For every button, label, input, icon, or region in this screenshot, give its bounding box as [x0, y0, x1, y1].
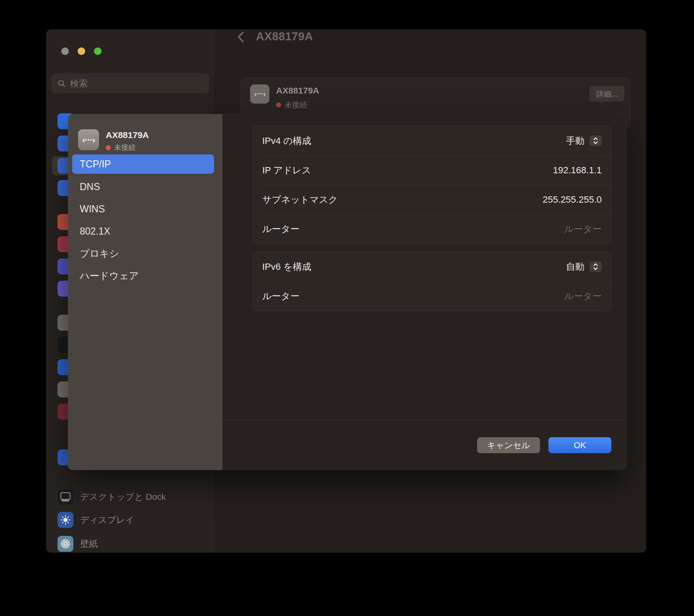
- tab-proxy[interactable]: プロキシ: [80, 244, 119, 263]
- status-label: 未接続: [284, 100, 307, 110]
- tab-8021x[interactable]: 802.1X: [80, 222, 110, 241]
- ok-button[interactable]: OK: [548, 437, 611, 453]
- tab-dns[interactable]: DNS: [80, 177, 100, 196]
- tab-label: プロキシ: [80, 247, 119, 260]
- ip-address-row: IP アドレス 192.168.1.1: [253, 156, 611, 185]
- device-name: AX88179A: [106, 130, 149, 140]
- ipv6-configure-row: IPv6 を構成 自動: [253, 252, 611, 281]
- ipv4-configure-popup[interactable]: 手動: [566, 135, 602, 147]
- stepper-icon: [590, 261, 602, 272]
- popup-value: 自動: [566, 261, 584, 273]
- ipv4-router-row: ルーター ルーター: [253, 214, 611, 243]
- row-label: ルーター: [262, 290, 300, 303]
- page-title: AX88179A: [256, 30, 313, 43]
- tab-tcpip[interactable]: TCP/IP: [72, 154, 214, 174]
- network-adapter-icon: ‹···›: [78, 129, 99, 150]
- interface-name: AX88179A: [276, 86, 319, 96]
- sheet-content: IPv4 の構成 手動 IP アドレス 192.168.1: [222, 114, 626, 470]
- status-label: 未接続: [114, 143, 136, 152]
- tcpip-settings-sheet: ‹···› AX88179A 未接続 TCP/IP DNS WINS 802.1…: [68, 114, 626, 470]
- zoom-button[interactable]: [94, 47, 102, 55]
- wallpaper-icon: [57, 536, 73, 552]
- footer-divider: [222, 420, 626, 420]
- ipv6-configure-popup[interactable]: 自動: [566, 261, 602, 273]
- sheet-sidebar: ‹···› AX88179A 未接続 TCP/IP DNS WINS 802.1…: [68, 114, 222, 470]
- ipv6-group: IPv6 を構成 自動 ルーター ルーター: [253, 252, 611, 311]
- interface-status: 未接続: [276, 100, 307, 110]
- search-icon: [58, 80, 66, 88]
- cancel-button[interactable]: キャンセル: [477, 437, 540, 453]
- sidebar-item-wallpaper[interactable]: 壁紙: [52, 534, 211, 553]
- tab-label: 802.1X: [80, 226, 110, 237]
- desktop-dock-icon: [57, 489, 73, 505]
- sidebar-item-label: デスクトップと Dock: [80, 491, 166, 503]
- sidebar-item-desktop-dock[interactable]: デスクトップと Dock: [52, 487, 211, 506]
- sidebar-item-display[interactable]: ディスプレイ: [52, 510, 211, 530]
- device-status: 未接続: [106, 143, 136, 152]
- ipv6-router-row: ルーター ルーター: [253, 282, 611, 311]
- sidebar-item-label: ディスプレイ: [80, 514, 134, 526]
- row-label: IP アドレス: [262, 164, 311, 177]
- row-label: IPv6 を構成: [262, 261, 311, 273]
- minimize-button[interactable]: [78, 47, 85, 55]
- popup-value: 手動: [566, 135, 584, 147]
- search-input[interactable]: 検索: [52, 74, 209, 93]
- ipv6-router-field[interactable]: ルーター: [564, 290, 602, 303]
- status-dot: [276, 102, 281, 107]
- back-chevron-icon: [236, 30, 245, 44]
- tab-label: WINS: [80, 204, 105, 215]
- subnet-mask-row: サブネットマスク 255.255.255.0: [253, 185, 611, 214]
- status-dot: [106, 145, 111, 150]
- tab-label: DNS: [80, 181, 100, 193]
- ipv4-group: IPv4 の構成 手動 IP アドレス 192.168.1: [253, 126, 611, 244]
- back-button[interactable]: [233, 29, 248, 44]
- stepper-icon: [590, 136, 602, 146]
- subnet-mask-field[interactable]: 255.255.255.0: [543, 194, 602, 205]
- details-button[interactable]: 詳細...: [590, 86, 624, 102]
- ip-address-field[interactable]: 192.168.1.1: [553, 165, 602, 176]
- tab-label: ハードウェア: [80, 269, 139, 282]
- ipv4-configure-row: IPv4 の構成 手動: [253, 126, 611, 155]
- ipv4-router-field[interactable]: ルーター: [564, 223, 602, 235]
- row-label: サブネットマスク: [262, 193, 338, 206]
- tab-wins[interactable]: WINS: [80, 199, 105, 219]
- sidebar-item-label: 壁紙: [80, 538, 98, 550]
- row-label: IPv4 の構成: [262, 135, 311, 147]
- close-button[interactable]: [61, 47, 69, 55]
- network-adapter-icon: ‹···›: [250, 84, 269, 104]
- row-label: ルーター: [262, 223, 300, 235]
- desktop-background: 検索 デスクトップと Dock: [0, 0, 694, 616]
- tab-hardware[interactable]: ハードウェア: [80, 266, 139, 285]
- traffic-lights: [61, 47, 102, 55]
- display-icon: [57, 512, 73, 528]
- search-placeholder: 検索: [70, 78, 88, 89]
- tab-label: TCP/IP: [80, 159, 111, 170]
